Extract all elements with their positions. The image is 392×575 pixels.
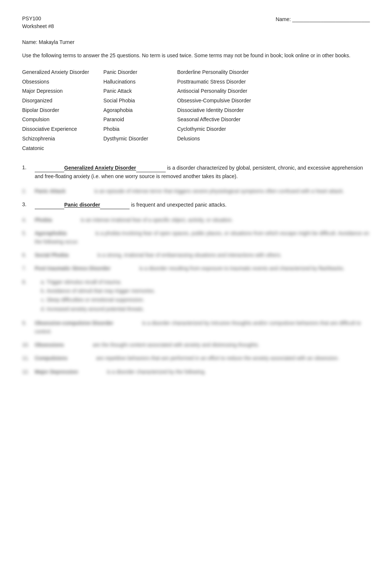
question-5-blurred: 5. Agoraphobia is a phobia involving fea… bbox=[22, 229, 370, 246]
term: Dissociative Identity Disorder bbox=[177, 106, 370, 115]
term: Dysthymic Disorder bbox=[103, 134, 177, 144]
term: Schizophrenia bbox=[22, 134, 103, 144]
terms-col2: Panic Disorder Hallucinations Panic Atta… bbox=[103, 68, 177, 153]
question-12-blurred: 12. Major Depression is a disorder chara… bbox=[22, 368, 370, 376]
term: Compulsion bbox=[22, 115, 103, 125]
term: Social Phobia bbox=[103, 96, 177, 106]
q3-blank-after bbox=[100, 200, 130, 209]
q1-answer: Generalized Anxiety Disorder bbox=[64, 165, 136, 171]
terms-table: Generalized Anxiety Disorder Obsessions … bbox=[22, 68, 370, 153]
question-6-blurred: 6. Social Phobia is a strong, irrational… bbox=[22, 251, 370, 259]
terms-col1: Generalized Anxiety Disorder Obsessions … bbox=[22, 68, 103, 153]
name-field: Name: ___________________________ bbox=[276, 15, 370, 22]
course-label: PSY100 bbox=[22, 15, 54, 23]
question-8-blurred: 8. Trigger stimulus recall of trauma. Av… bbox=[22, 278, 370, 314]
q3-body: Panic disorder is frequent and unexpecte… bbox=[35, 200, 370, 209]
q3-number: 3. bbox=[22, 200, 32, 209]
term: Posttraumatic Stress Disorder bbox=[177, 77, 370, 87]
term: Major Depression bbox=[22, 86, 103, 96]
q3-rest: is frequent and unexpected panic attacks… bbox=[131, 202, 226, 208]
q1-body: Generalized Anxiety Disorder is a disord… bbox=[35, 163, 370, 180]
term: Antisocial Personality Disorder bbox=[177, 86, 370, 96]
term: Disorganized bbox=[22, 96, 103, 106]
name-line: ___________________________ bbox=[292, 16, 370, 22]
question-7-blurred: 7. Post traumatic Stress Disorder is a d… bbox=[22, 264, 370, 272]
question-2-blurred: 2. Panic Attack is an episode of intense… bbox=[22, 187, 370, 195]
term: Panic Attack bbox=[103, 86, 177, 96]
term: Catatonic bbox=[22, 144, 103, 153]
term: Delusions bbox=[177, 134, 370, 144]
question-11-blurred: 11. Compulsions are repetitive behaviors… bbox=[22, 354, 370, 362]
worksheet-label: Worksheet #8 bbox=[22, 23, 54, 30]
course-info: PSY100 Worksheet #8 bbox=[22, 15, 54, 30]
term: Phobia bbox=[103, 125, 177, 134]
term: Obsessions bbox=[22, 77, 103, 87]
term: Seasonal Affective Disorder bbox=[177, 115, 370, 125]
term: Generalized Anxiety Disorder bbox=[22, 68, 103, 77]
q3-answer: Panic disorder bbox=[64, 202, 100, 208]
instructions-text: Use the following terms to answer the 25… bbox=[22, 52, 370, 59]
term: Hallucinations bbox=[103, 77, 177, 87]
q1-blank-after bbox=[136, 163, 166, 172]
name-label: Name: bbox=[276, 16, 291, 22]
question-4-blurred: 4. Phobia is an intense irrational fear … bbox=[22, 216, 370, 224]
terms-col3: Borderline Personality Disorder Posttrau… bbox=[177, 68, 370, 153]
q1-number: 1. bbox=[22, 163, 32, 180]
term: Paranoid bbox=[103, 115, 177, 125]
q3-blank-before bbox=[35, 200, 64, 209]
term: Bipolar Disorder bbox=[22, 106, 103, 115]
term: Panic Disorder bbox=[103, 68, 177, 77]
term: Borderline Personality Disorder bbox=[177, 68, 370, 77]
q1-blank-before bbox=[35, 163, 64, 172]
question-3: 3. Panic disorder is frequent and unexpe… bbox=[22, 200, 370, 209]
questions-section: 1. Generalized Anxiety Disorder is a dis… bbox=[22, 163, 370, 376]
term: Agoraphobia bbox=[103, 106, 177, 115]
student-name: Name: Makayla Turner bbox=[22, 39, 370, 45]
question-1: 1. Generalized Anxiety Disorder is a dis… bbox=[22, 163, 370, 180]
term: Dissociative Experience bbox=[22, 125, 103, 134]
page-header: PSY100 Worksheet #8 Name: ______________… bbox=[22, 15, 370, 30]
question-10-blurred: 10. Obsessions are the thought content a… bbox=[22, 341, 370, 349]
term: Obsessive-Compulsive Disorder bbox=[177, 96, 370, 106]
question-9-blurred: 9. Obsessive-compulsive Disorder is a di… bbox=[22, 319, 370, 336]
term: Cyclothymic Disorder bbox=[177, 125, 370, 134]
